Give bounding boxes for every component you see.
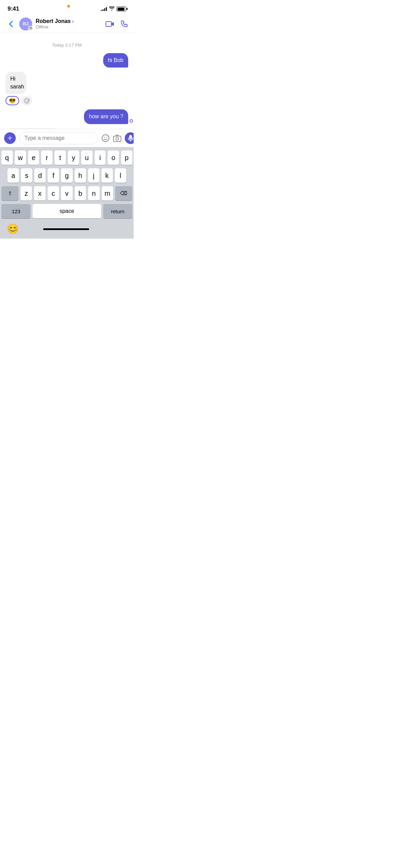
input-bar: + <box>0 129 134 147</box>
key-v[interactable]: v <box>61 186 72 201</box>
key-r[interactable]: r <box>41 150 52 165</box>
key-y[interactable]: y <box>68 150 79 165</box>
mic-button[interactable] <box>125 132 134 144</box>
message-bubble: how are you ? <box>84 109 128 124</box>
video-call-button[interactable] <box>106 21 114 27</box>
contact-text: Robert Jonas › Offline <box>36 18 74 29</box>
message-bubble: Hi sarah <box>5 72 26 94</box>
key-h[interactable]: h <box>75 168 86 183</box>
svg-rect-9 <box>129 135 132 139</box>
avatar: RJ ✕ <box>19 17 32 31</box>
key-b[interactable]: b <box>75 186 86 201</box>
key-s[interactable]: s <box>21 168 32 183</box>
contact-chevron: › <box>72 19 74 24</box>
nav-header: RJ ✕ Robert Jonas › Offline <box>0 15 134 33</box>
message-input[interactable] <box>19 132 98 144</box>
svg-point-5 <box>104 137 105 137</box>
svg-point-2 <box>26 100 26 100</box>
keyboard-bottom-bar: 😊 <box>1 222 132 237</box>
key-f[interactable]: f <box>48 168 59 183</box>
svg-point-8 <box>116 137 119 140</box>
delete-key[interactable]: ⌫ <box>115 186 132 201</box>
key-x[interactable]: x <box>34 186 45 201</box>
keyboard: q w e r t y u i o p a s d f g h j k l ⇧ … <box>0 147 134 239</box>
add-button[interactable]: + <box>4 132 16 144</box>
nav-actions <box>106 20 128 28</box>
key-e[interactable]: e <box>28 150 39 165</box>
numbers-key[interactable]: 123 <box>1 204 31 218</box>
key-d[interactable]: d <box>34 168 46 183</box>
table-row: hi Bob <box>5 53 128 68</box>
phone-call-button[interactable] <box>121 20 128 28</box>
add-reaction-button[interactable] <box>21 96 32 105</box>
battery-icon <box>117 7 126 11</box>
chat-area: Today 3:17 PM hi Bob Hi sarah 😎 <box>0 33 134 129</box>
keyboard-row-1: q w e r t y u i o p <box>1 150 132 165</box>
key-i[interactable]: i <box>95 150 106 165</box>
back-button[interactable] <box>5 19 16 29</box>
messages-container: hi Bob Hi sarah 😎 <box>5 53 128 129</box>
key-a[interactable]: a <box>8 168 19 183</box>
svg-rect-7 <box>113 136 121 142</box>
date-divider: Today 3:17 PM <box>5 43 128 48</box>
bubble-with-reactions: Hi sarah 😎 <box>5 72 36 105</box>
message-bubble: hi Bob <box>103 53 128 68</box>
keyboard-row-4: 123 space return <box>1 204 132 218</box>
key-c[interactable]: c <box>48 186 59 201</box>
contact-info: RJ ✕ Robert Jonas › Offline <box>19 17 106 31</box>
status-icons <box>101 7 126 12</box>
svg-point-6 <box>106 137 107 137</box>
message-bubble: I am good, thanks <box>5 128 59 129</box>
shift-key[interactable]: ⇧ <box>1 186 19 201</box>
key-t[interactable]: t <box>54 150 66 165</box>
contact-name[interactable]: Robert Jonas › <box>36 18 74 24</box>
emoji-button[interactable] <box>101 134 110 142</box>
reaction-emoji-button[interactable]: 😎 <box>5 96 19 105</box>
status-time: 9:41 <box>8 5 19 12</box>
keyboard-row-3: ⇧ z x c v b n m ⌫ <box>1 186 132 201</box>
keyboard-emoji-button[interactable]: 😊 <box>7 223 19 234</box>
key-k[interactable]: k <box>101 168 113 183</box>
orange-indicator <box>67 5 70 8</box>
key-p[interactable]: p <box>121 150 132 165</box>
contact-status: Offline <box>36 24 74 29</box>
status-bar: 9:41 <box>0 0 134 15</box>
table-row: I am good, thanks <box>5 128 128 129</box>
key-u[interactable]: u <box>81 150 93 165</box>
key-l[interactable]: l <box>115 168 126 183</box>
key-z[interactable]: z <box>21 186 32 201</box>
return-key[interactable]: return <box>103 204 132 218</box>
key-m[interactable]: m <box>102 186 113 201</box>
key-o[interactable]: o <box>108 150 119 165</box>
avatar-badge: ✕ <box>28 26 33 31</box>
key-g[interactable]: g <box>61 168 72 183</box>
svg-rect-0 <box>106 22 111 26</box>
message-status-indicator <box>130 119 133 123</box>
camera-button[interactable] <box>113 134 121 142</box>
home-indicator <box>43 228 89 230</box>
key-w[interactable]: w <box>15 150 26 165</box>
key-q[interactable]: q <box>1 150 13 165</box>
table-row: Hi sarah 😎 <box>5 72 128 105</box>
reactions-bar: 😎 <box>5 96 36 105</box>
table-row: how are you ? <box>5 109 128 124</box>
space-key[interactable]: space <box>33 204 101 218</box>
signal-bars <box>101 7 107 11</box>
svg-point-4 <box>102 135 109 142</box>
keyboard-row-2: a s d f g h j k l <box>1 168 132 183</box>
key-n[interactable]: n <box>88 186 99 201</box>
wifi-icon <box>109 7 114 12</box>
key-j[interactable]: j <box>88 168 99 183</box>
